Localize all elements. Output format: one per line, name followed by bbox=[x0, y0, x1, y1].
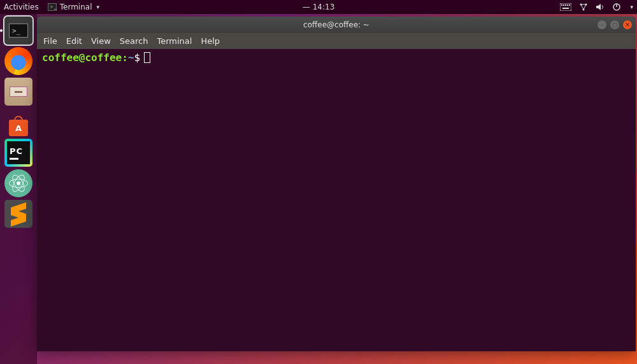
menu-file[interactable]: File bbox=[43, 36, 57, 46]
menu-view[interactable]: View bbox=[91, 36, 111, 46]
activities-button[interactable]: Activities bbox=[4, 3, 39, 11]
dock-app-sublime[interactable] bbox=[4, 200, 32, 228]
power-icon[interactable] bbox=[612, 3, 621, 11]
menu-search[interactable]: Search bbox=[120, 36, 148, 46]
dock-app-firefox[interactable] bbox=[4, 47, 32, 75]
network-icon[interactable] bbox=[579, 3, 588, 11]
window-maximize-button[interactable]: ▢ bbox=[610, 20, 619, 29]
system-status-area[interactable]: ▾ bbox=[560, 3, 633, 11]
keyboard-indicator-icon[interactable] bbox=[560, 3, 571, 11]
menu-terminal[interactable]: Terminal bbox=[157, 36, 192, 46]
svg-rect-6 bbox=[567, 4, 568, 6]
terminal-window: coffee@coffee: ~ – ▢ ✕ File Edit View Se… bbox=[37, 17, 636, 351]
volume-icon[interactable] bbox=[596, 3, 605, 11]
dock-app-pycharm[interactable]: PC bbox=[4, 139, 32, 167]
prompt-path: ~ bbox=[128, 52, 134, 64]
prompt-dollar: $ bbox=[134, 52, 141, 64]
current-app-label: Terminal bbox=[60, 3, 92, 11]
window-controls: – ▢ ✕ bbox=[598, 20, 632, 29]
dock-app-software[interactable]: A bbox=[4, 108, 32, 136]
chevron-down-icon: ▾ bbox=[96, 4, 99, 10]
terminal-cursor bbox=[144, 52, 150, 63]
dock-app-terminal[interactable]: >_ bbox=[4, 17, 32, 45]
terminal-small-icon: ＞_ bbox=[48, 3, 57, 11]
pycharm-icon: PC bbox=[7, 141, 30, 164]
top-panel: Activities ＞_ Terminal ▾ — 14:13 ▾ bbox=[0, 0, 637, 14]
sublime-icon bbox=[11, 205, 26, 223]
dock-app-files[interactable] bbox=[4, 78, 32, 106]
chevron-down-icon: ▾ bbox=[630, 4, 633, 10]
terminal-body[interactable]: coffee@coffee:~$ bbox=[37, 49, 636, 351]
prompt-sep: : bbox=[122, 52, 128, 64]
files-icon bbox=[10, 87, 27, 97]
prompt-userhost: coffee@coffee bbox=[42, 52, 122, 64]
svg-marker-12 bbox=[596, 4, 601, 10]
svg-rect-5 bbox=[565, 4, 566, 6]
shopping-bag-icon: A bbox=[9, 120, 28, 136]
clock-separator-icon: — bbox=[303, 3, 310, 11]
dock-app-atom[interactable] bbox=[4, 169, 32, 197]
clock-time: 14:13 bbox=[313, 3, 335, 11]
terminal-menubar: File Edit View Search Terminal Help bbox=[37, 33, 636, 49]
menu-help[interactable]: Help bbox=[201, 36, 220, 46]
window-minimize-button[interactable]: – bbox=[598, 20, 606, 29]
svg-rect-4 bbox=[563, 4, 564, 6]
clock[interactable]: — 14:13 bbox=[303, 3, 335, 11]
svg-rect-3 bbox=[561, 4, 562, 6]
terminal-icon: >_ bbox=[9, 24, 28, 38]
svg-text:＞_: ＞_ bbox=[49, 4, 57, 10]
menu-edit[interactable]: Edit bbox=[66, 36, 82, 46]
svg-rect-7 bbox=[569, 4, 570, 6]
current-app-menu[interactable]: ＞_ Terminal ▾ bbox=[48, 3, 99, 11]
launcher-dock: >_ A PC bbox=[0, 14, 37, 364]
window-titlebar[interactable]: coffee@coffee: ~ – ▢ ✕ bbox=[37, 17, 636, 33]
window-title: coffee@coffee: ~ bbox=[303, 20, 369, 29]
svg-rect-2 bbox=[560, 3, 571, 11]
panel-left-group: Activities ＞_ Terminal ▾ bbox=[4, 3, 99, 11]
svg-rect-8 bbox=[562, 8, 569, 9]
window-close-button[interactable]: ✕ bbox=[623, 20, 632, 29]
